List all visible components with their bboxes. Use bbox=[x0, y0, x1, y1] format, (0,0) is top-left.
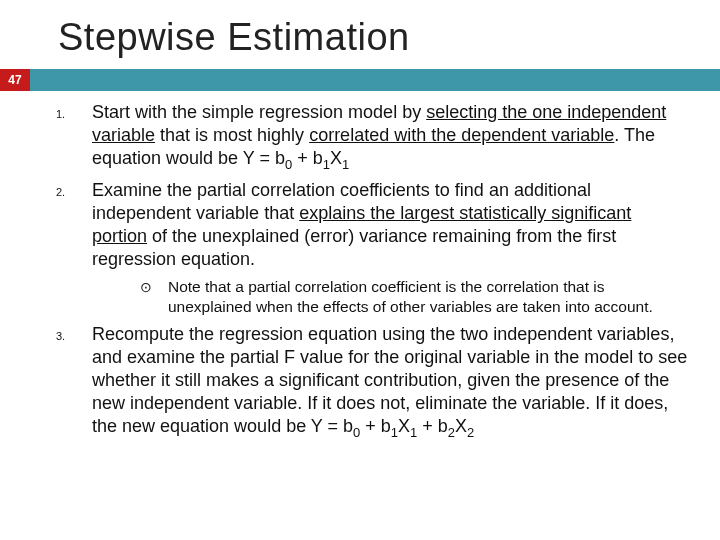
sub-bullet: ⊙ Note that a partial correlation coeffi… bbox=[140, 277, 690, 317]
circle-dot-icon: ⊙ bbox=[140, 277, 168, 317]
item-text: Start with the simple regression model b… bbox=[92, 101, 690, 173]
item-text: Recompute the regression equation using … bbox=[92, 323, 690, 441]
accent-band: 47 bbox=[0, 69, 720, 91]
item-number: 3. bbox=[50, 323, 92, 441]
slide-title: Stepwise Estimation bbox=[0, 0, 720, 69]
slide: Stepwise Estimation 47 1. Start with the… bbox=[0, 0, 720, 540]
numbered-list: 1. Start with the simple regression mode… bbox=[50, 101, 690, 271]
item-text: Examine the partial correlation coeffici… bbox=[92, 179, 690, 271]
list-item: 1. Start with the simple regression mode… bbox=[50, 101, 690, 173]
page-number-badge: 47 bbox=[0, 69, 30, 91]
list-item: 3. Recompute the regression equation usi… bbox=[50, 323, 690, 441]
numbered-list-cont: 3. Recompute the regression equation usi… bbox=[50, 323, 690, 441]
slide-body: 1. Start with the simple regression mode… bbox=[0, 91, 720, 441]
item-number: 2. bbox=[50, 179, 92, 271]
item-number: 1. bbox=[50, 101, 92, 173]
list-item: 2. Examine the partial correlation coeff… bbox=[50, 179, 690, 271]
sub-bullet-text: Note that a partial correlation coeffici… bbox=[168, 277, 690, 317]
